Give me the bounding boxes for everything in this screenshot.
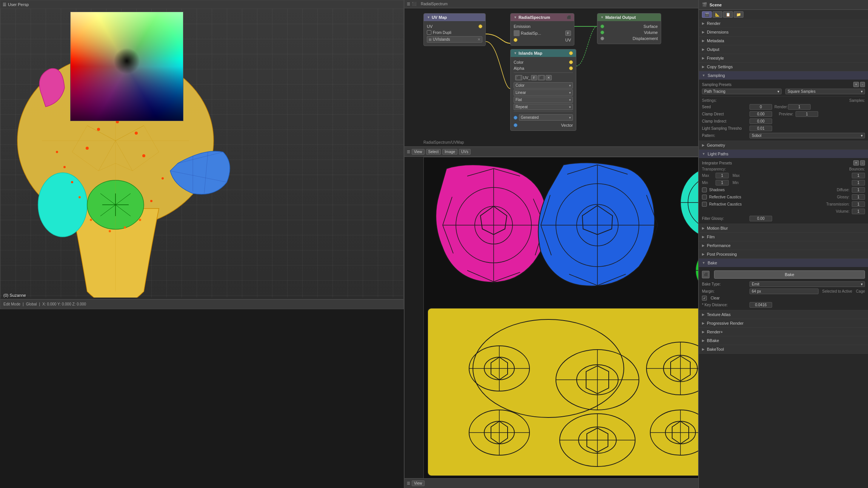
presets-label: Sampling Presets [702,83,747,87]
svg-point-3 [86,147,89,150]
metadata-header[interactable]: ▶ Metadata [699,37,868,45]
bake-button[interactable]: Bake [714,270,865,279]
svg-point-16 [56,151,58,153]
collapse-arrow-islands[interactable]: ▼ [514,51,517,55]
uv-image-btn[interactable]: Image [442,149,457,155]
refr-caust-checkbox[interactable] [702,202,707,207]
diffuse-value[interactable]: 1 [852,187,865,193]
min-value[interactable]: 1 [716,180,729,186]
trans-value[interactable]: 1 [852,201,865,207]
copy-settings-header[interactable]: ▶ Copy Settings [699,63,868,71]
render-samples-value[interactable]: 1 [788,104,811,110]
mb-arrow: ▶ [702,226,705,230]
tab-output[interactable]: 📁 [734,11,743,18]
rp-header[interactable]: ▶ Render+ [699,328,868,336]
mesh-area [0,9,403,298]
output-header[interactable]: ▶ Output [699,45,868,54]
tab-meta[interactable]: 📋 [723,11,733,18]
tab-render[interactable]: 🎬 [702,11,712,18]
tab-dims[interactable]: 📐 [713,11,722,18]
pattern-dropdown[interactable]: Sobol ▾ [749,133,865,138]
uv-uvs-btn[interactable]: UVs [459,149,471,155]
post-proc-header[interactable]: ▶ Post Processing [699,250,868,258]
section-render: ▶ Render [699,19,868,28]
geometry-header[interactable]: ▶ Geometry [699,141,868,149]
dims-arrow: ▶ [702,30,705,34]
sampling-presets-row: Sampling Presets + - [702,81,865,88]
collapse-arrow[interactable]: ▼ [427,15,430,19]
presets-add-btn[interactable]: + [853,82,859,87]
clear-checkbox[interactable]: ✓ [702,296,707,301]
islands-alpha-label: Alpha [514,66,524,71]
bbake-header[interactable]: ▶ BBake [699,336,868,345]
islands-vector-row: Vector [514,122,573,128]
vol-value[interactable]: 1 [852,209,865,214]
islands-linear-dropdown[interactable]: Linear ▾ [514,89,573,96]
islands-x-btn[interactable]: ✕ [546,75,552,80]
square-samples-dropdown[interactable]: Square Samples ▾ [785,89,865,94]
margin-dropdown[interactable]: 64 px [749,289,819,294]
uv-socket [479,25,482,28]
light-paths-header[interactable]: ▼ Light Paths [699,150,868,158]
islands-icon1[interactable]: ⬛ [515,75,522,80]
uv-footer-view[interactable]: View [412,480,425,486]
max-b-value[interactable]: 1 [852,173,865,178]
preview-value[interactable]: 1 [796,111,818,117]
key-dist-value[interactable]: 0.0416 [749,302,772,308]
volume-label: Volume [644,30,658,35]
presets-remove-btn[interactable]: - [860,82,865,87]
clamp-direct-value[interactable]: 0.00 [749,111,772,117]
glossy-value[interactable]: 1 [852,194,865,200]
sampling-header[interactable]: ▼ Sampling [699,71,868,80]
render-header[interactable]: ▶ Render [699,19,868,28]
collapse-arrow-matout[interactable]: ▼ [600,15,604,19]
light-paths-content: Integrator Presets + - Transparency: Bou… [699,158,868,224]
light-sampling-value[interactable]: 0.01 [749,126,772,131]
trans-label: Transparency: [702,167,847,171]
margin-row: Margin: 64 px Selected to Active Cage [702,288,865,295]
clamp-direct-row: Clamp Direct 0.00 Preview: 1 [702,110,865,118]
shadows-checkbox[interactable] [702,187,707,192]
freestyle-header[interactable]: ▶ Freestyle [699,54,868,62]
section-bake: ▼ Bake ⬛ Bake Bake Type: Emit ▾ Margin: … [699,259,868,310]
islands-generated-row: Generated ▾ [514,113,573,122]
islands-repeat-dropdown[interactable]: Repeat ▾ [514,104,573,110]
islands-f-btn[interactable]: F [531,75,537,80]
clamp-indirect-value[interactable]: 0.00 [749,118,772,124]
node-uvmap-uv-row: UV [427,23,482,29]
radial-f-btn[interactable]: F [565,31,571,36]
node-matout-header: ▼ Material Output [597,14,661,21]
perf-arrow: ▶ [702,244,705,247]
film-header[interactable]: ▶ Film [699,233,868,241]
int-remove-btn[interactable]: - [860,160,865,166]
min-b-value[interactable]: 1 [852,180,865,186]
islands-generated-dropdown[interactable]: Generated ▾ [519,114,573,121]
samples-label: Samples: [849,98,865,103]
tf-close-btn[interactable]: ✕ [477,37,480,41]
refl-caust-checkbox[interactable] [702,195,707,199]
performance-header[interactable]: ▶ Performance [699,241,868,250]
bake-header[interactable]: ▼ Bake [699,259,868,267]
fromdupli-checkbox[interactable] [427,30,431,35]
islands-flat-dropdown[interactable]: Flat ▾ [514,97,573,103]
perf-label: Performance [707,243,731,248]
collapse-arrow-radial[interactable]: ▼ [514,15,517,19]
islands-color-dropdown[interactable]: Color ▾ [514,82,573,89]
bake-type-dropdown[interactable]: Emit ▾ [749,281,865,287]
uv-select-btn[interactable]: Select [426,149,441,155]
viewport-3d[interactable]: ☰ User Persp User Persp SStatus: UNDEFIN… [0,0,404,309]
ta-header[interactable]: ▶ Texture Atlas [699,310,868,319]
int-add-btn[interactable]: + [853,160,859,166]
seed-value[interactable]: 0 [749,104,772,110]
max-value[interactable]: 1 [716,173,729,178]
fg-value[interactable]: 0.00 [749,216,772,221]
baketool-header[interactable]: ▶ BakeTool [699,345,868,353]
motion-blur-header[interactable]: ▶ Motion Blur [699,224,868,232]
section-output: ▶ Output [699,45,868,54]
dimensions-header[interactable]: ▶ Dimensions [699,28,868,36]
uv-view-btn[interactable]: View [412,149,425,155]
radial-uv-row: UV [514,37,571,43]
islands-icon2[interactable]: ⬛ [538,75,545,80]
pr-header[interactable]: ▶ Progressive Render [699,319,868,327]
path-tracing-dropdown[interactable]: Path Tracing ▾ [702,89,782,94]
